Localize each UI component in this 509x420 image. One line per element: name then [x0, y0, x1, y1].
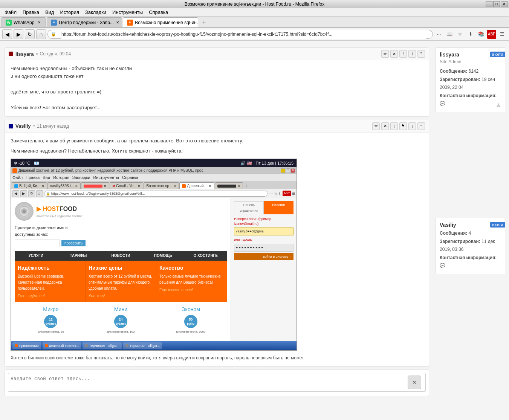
tab-support-close[interactable]: ✕ — [116, 20, 119, 25]
hf-price-link[interactable]: Уже хочу! — [89, 293, 153, 299]
login-tab-billing[interactable]: Биллинг — [264, 201, 293, 214]
mini-page-title: Дешевый хостинг, от 12 рублей, php хости… — [18, 168, 281, 174]
hf-logo-icon — [15, 202, 34, 221]
hf-nav-about[interactable]: О ХОСТИНГЕ — [184, 251, 227, 261]
sidebar-vasiliy-reg: Зарегистрирован: 11 дек 2019, 03:36 — [440, 238, 501, 254]
post-line-1: Чем именно недовольны - объяснить так и … — [11, 65, 423, 73]
hf-logo-text: ▶ HOSTFOOD — [37, 204, 83, 214]
plan-mikro-desc: дисковая квота, 50 — [18, 330, 84, 334]
download-button[interactable]: ⬇ — [466, 30, 475, 39]
delete-post-button[interactable]: ✕ — [390, 50, 398, 58]
sidebar-info-lissyara: Сообщения: 6142 Зарегистрирован: 19 сен … — [440, 67, 501, 108]
reply-textarea[interactable] — [8, 373, 426, 392]
avatar-lissyara — [9, 52, 13, 56]
home-button[interactable]: ⌂ — [36, 29, 46, 39]
post-body-lissyara: Чем именно недовольны - объяснить так и … — [5, 60, 429, 116]
mini-tab-3-blocked: ✕ — [81, 182, 109, 189]
mini-menu-bar: ФайлПравкаВидИсторияЗакладкиИнструментыС… — [11, 174, 297, 181]
window-title: Возможно применение sql-инъекции - Host … — [185, 2, 324, 7]
right-sidebar-post1: в сети lissyara Site Admin Сообщения: 61… — [436, 47, 505, 277]
page-content: lissyara » Сегодня, 09:04 ✏ ✕ ! i " Чем … — [0, 41, 509, 420]
info-vasiliy-button[interactable]: i — [408, 122, 416, 130]
quote-post-button[interactable]: " — [417, 50, 425, 58]
login-or-password-label: или пароль — [234, 237, 293, 242]
quote-vasiliy-button[interactable]: " — [417, 122, 425, 130]
mini-tab-bar: В. Цой, Ки... ✕ vasiliy6393.t... ✕ ✕ MGm… — [11, 181, 297, 189]
info-post-button[interactable]: i — [408, 50, 416, 58]
domain-check-btn[interactable]: проверить — [61, 240, 86, 246]
svg-point-2 — [23, 210, 26, 213]
mini-taskbar: Приложения Дешевый хостинг... Терминал -… — [11, 341, 297, 350]
tab-whatsapp-close[interactable]: ✕ — [37, 20, 42, 25]
up-arrow[interactable]: ▲ — [495, 101, 502, 109]
domain-input[interactable] — [15, 240, 60, 247]
new-tab-button[interactable]: + — [199, 17, 209, 27]
menu-bookmarks[interactable]: Закладки — [82, 9, 109, 16]
delete-vasiliy-button[interactable]: ✕ — [381, 122, 389, 130]
hamburger-menu-button[interactable]: ☰ — [498, 30, 507, 39]
mini-taskbar-terminal2: Терминал - alligat... — [123, 342, 162, 349]
tab-sqli[interactable]: H Возможно применение sql-ин... ✕ — [123, 17, 198, 27]
sidebar-msg-count: Сообщения: 6142 — [440, 67, 501, 76]
overflow-menu-button[interactable]: ··· — [434, 30, 443, 39]
minimize-button[interactable]: − — [486, 1, 492, 7]
close-window-button[interactable]: ✕ — [501, 1, 507, 7]
domain-label: Проверить доменное имя вдоступных зонах: — [15, 225, 227, 238]
weather-temp: ❄ -10 °C 📧 — [14, 160, 39, 167]
sidebar-vasiliy-contacts: Контактная информация: 💬 — [440, 254, 501, 270]
library-button[interactable]: 📚 — [477, 30, 486, 39]
warn-vasiliy-button[interactable]: ! — [390, 122, 398, 130]
tab-support[interactable]: H Центр поддержки - Запр... ✕ — [47, 17, 122, 27]
user-card-lissyara: в сети lissyara Site Admin Сообщения: 61… — [436, 47, 505, 112]
post-date-lissyara: » Сегодня, 09:04 — [36, 51, 71, 57]
menu-tools[interactable]: Инструменты — [109, 9, 146, 16]
domain-checker: Проверить доменное имя вдоступных зонах:… — [15, 225, 227, 247]
flag-vasiliy-button[interactable]: ⚑ — [399, 122, 407, 130]
menu-help[interactable]: Справка — [146, 9, 171, 16]
login-submit-btn[interactable]: войти в систему › — [234, 253, 293, 260]
mini-tab-vozmojno: Возможно пр... ✕ — [144, 182, 179, 189]
user-card-vasiliy: в сети Vasiliy Сообщения: 4 Зарегистриро… — [436, 218, 505, 274]
tab-sqli-label: Возможно применение sql-ин... — [135, 20, 198, 25]
hf-nav-bar: УСЛУГИ ТАРИФЫ НОВОСТИ ПОМОЩЬ О ХОСТИНГЕ — [15, 251, 227, 261]
hf-nav-tariffs[interactable]: ТАРИФЫ — [57, 251, 100, 261]
menu-bar: Файл Правка Вид История Закладки Инструм… — [0, 8, 509, 17]
plan-econom-price: 50руб/м — [184, 315, 197, 328]
login-tab-panel[interactable]: Панель управления — [234, 201, 264, 214]
menu-file[interactable]: Файл — [2, 9, 20, 16]
edit-vasiliy-button[interactable]: ✏ — [372, 122, 380, 130]
hf-reliability-link[interactable]: Еще надёжнее! — [18, 293, 82, 299]
url-input[interactable] — [58, 30, 430, 39]
login-panel-tabs: Панель управления Биллинг — [234, 201, 293, 214]
menu-history[interactable]: История — [57, 9, 82, 16]
abp-button[interactable]: ABP — [487, 30, 496, 39]
plan-econom-name: Эконом — [157, 305, 224, 313]
menu-edit[interactable]: Правка — [20, 9, 42, 16]
tab-whatsapp[interactable]: W WhatsApp ✕ — [2, 17, 46, 27]
plan-mini-price: 24руб/мес — [114, 315, 127, 328]
hf-nav-news[interactable]: НОВОСТИ — [99, 251, 142, 261]
edit-post-button[interactable]: ✏ — [381, 50, 389, 58]
menu-view[interactable]: Вид — [42, 9, 57, 16]
sqli-tab-icon: H — [127, 20, 133, 26]
sidebar-vasiliy-msg: Сообщения: 4 — [440, 229, 501, 238]
forward-button[interactable]: ▶ — [14, 29, 23, 39]
mini-taskbar-apps: Приложения — [12, 342, 41, 349]
hf-quality-link[interactable]: Еще качественнее! — [159, 287, 224, 293]
back-button[interactable]: ◀ — [2, 29, 12, 39]
mini-page-body: ▶ HOSTFOOD качественный недорогой хостин… — [11, 198, 297, 341]
hf-nav-services[interactable]: УСЛУГИ — [15, 251, 57, 261]
reader-mode-button[interactable]: 📖 — [445, 30, 454, 39]
post-vasiliy: Vasiliy » 11 минут назад ✏ ✕ ! ⚑ i " Зам… — [5, 120, 429, 367]
reply-submit-button[interactable]: ✕ — [408, 376, 421, 389]
reload-button[interactable]: ↻ — [25, 29, 35, 39]
bookmark-star-button[interactable]: ☆ — [456, 30, 465, 39]
hf-feature-quality: Качество Только самые лучшие технические… — [156, 261, 227, 302]
username-vasiliy: Vasiliy — [15, 123, 31, 129]
hf-price-title: Низкие цены — [89, 264, 153, 272]
maximize-button[interactable]: □ — [493, 1, 500, 7]
warn-post-button[interactable]: ! — [399, 50, 407, 58]
hf-nav-help[interactable]: ПОМОЩЬ — [142, 251, 185, 261]
date-time: 🔊 🇺🇸 Пт 13 дек | 17:36:15 — [240, 160, 293, 167]
mini-tab-1: В. Цой, Ки... ✕ — [12, 182, 47, 189]
